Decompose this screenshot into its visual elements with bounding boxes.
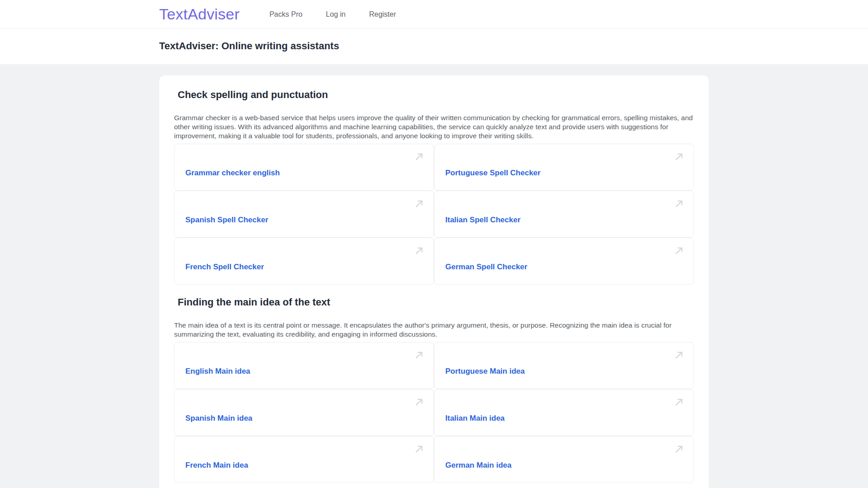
arrow-up-right-icon	[412, 348, 426, 362]
nav-item-log-in[interactable]: Log in	[325, 8, 347, 21]
arrow-up-right-icon	[412, 197, 426, 211]
nav-item-packs-pro[interactable]: Packs Pro	[269, 8, 303, 21]
assistant-card[interactable]: German Main idea	[434, 436, 694, 483]
assistant-card[interactable]: Grammar checker english	[174, 144, 434, 191]
assistant-card[interactable]: French Main idea	[174, 436, 434, 483]
assistant-card[interactable]: German Spell Checker	[434, 238, 694, 285]
assistant-link-label: English Main idea	[185, 367, 250, 376]
arrow-up-right-icon	[412, 395, 426, 409]
assistant-card[interactable]: Spanish Spell Checker	[174, 191, 434, 238]
assistant-section: Finding the main idea of the text The ma…	[174, 296, 694, 483]
assistant-section: Check spelling and punctuation Grammar c…	[174, 89, 694, 285]
assistant-card[interactable]: Italian Spell Checker	[434, 191, 694, 238]
section-description: Grammar checker is a web-based service t…	[174, 113, 694, 141]
arrow-up-right-icon	[412, 442, 426, 456]
assistant-link-label: French Spell Checker	[185, 263, 264, 272]
assistant-link-label: German Main idea	[445, 461, 511, 470]
arrow-up-right-icon	[672, 348, 686, 362]
assistant-link-label: Grammar checker english	[185, 169, 280, 178]
assistant-link-label: Italian Main idea	[445, 414, 505, 423]
arrow-up-right-icon	[672, 244, 686, 258]
page-title-band: TextAdviser: Online writing assistants	[0, 29, 868, 64]
assistant-card[interactable]: Portuguese Spell Checker	[434, 144, 694, 191]
assistant-link-grid: Grammar checker englishPortuguese Spell …	[174, 144, 694, 285]
assistant-link-label: Spanish Spell Checker	[185, 216, 268, 225]
assistant-card[interactable]: Italian Main idea	[434, 389, 694, 436]
top-navbar: TextAdviser Packs Pro Log in Register	[0, 0, 868, 29]
assistant-link-grid: English Main ideaPortuguese Main ideaSpa…	[174, 342, 694, 483]
arrow-up-right-icon	[672, 197, 686, 211]
assistant-link-label: Spanish Main idea	[185, 414, 252, 423]
arrow-up-right-icon	[672, 395, 686, 409]
arrow-up-right-icon	[672, 442, 686, 456]
arrow-up-right-icon	[672, 150, 686, 164]
section-heading: Check spelling and punctuation	[174, 89, 694, 101]
assistant-link-label: Portuguese Spell Checker	[445, 169, 541, 178]
page-title: TextAdviser: Online writing assistants	[159, 40, 709, 52]
main-content: Check spelling and punctuation Grammar c…	[0, 64, 868, 488]
assistant-link-label: Italian Spell Checker	[445, 216, 520, 225]
assistants-card: Check spelling and punctuation Grammar c…	[159, 75, 709, 488]
assistant-card[interactable]: Spanish Main idea	[174, 389, 434, 436]
arrow-up-right-icon	[412, 150, 426, 164]
assistant-card[interactable]: English Main idea	[174, 342, 434, 389]
assistant-link-label: German Spell Checker	[445, 263, 527, 272]
brand-logo[interactable]: TextAdviser	[159, 5, 240, 23]
arrow-up-right-icon	[412, 244, 426, 258]
assistant-link-label: French Main idea	[185, 461, 248, 470]
assistant-link-label: Portuguese Main idea	[445, 367, 525, 376]
section-description: The main idea of a text is its central p…	[174, 321, 694, 339]
main-nav: Packs Pro Log in Register	[269, 8, 397, 21]
assistant-card[interactable]: Portuguese Main idea	[434, 342, 694, 389]
section-heading: Finding the main idea of the text	[174, 296, 694, 308]
assistant-card[interactable]: French Spell Checker	[174, 238, 434, 285]
nav-item-register[interactable]: Register	[368, 8, 397, 21]
